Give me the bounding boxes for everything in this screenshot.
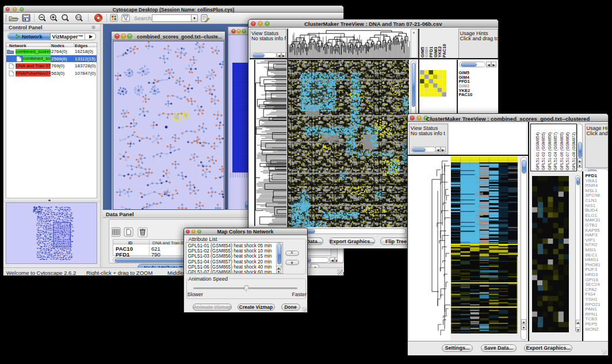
svg-text:1:1: 1:1 <box>76 16 81 19</box>
